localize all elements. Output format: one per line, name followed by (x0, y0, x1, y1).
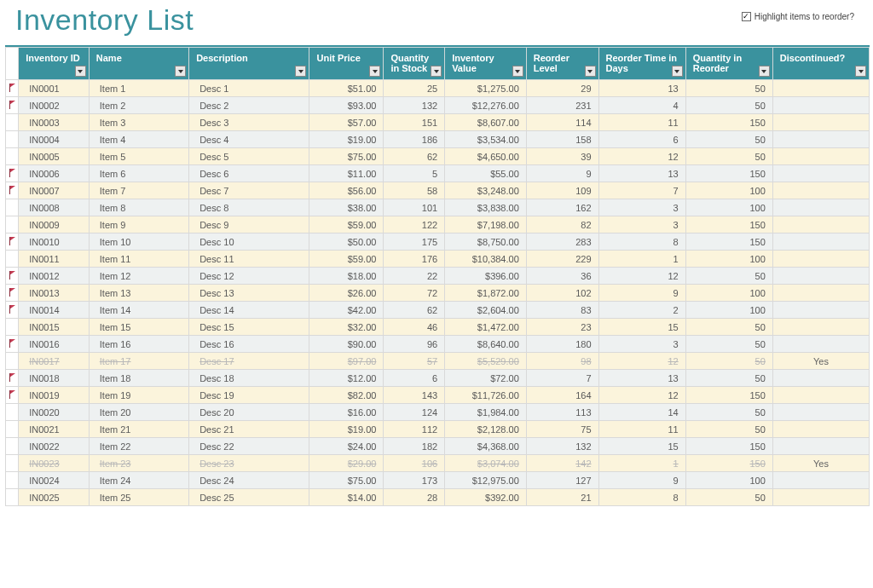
cell-reorder[interactable]: 127 (526, 472, 598, 489)
cell-val[interactable]: $3,074.00 (445, 455, 527, 472)
cell-price[interactable]: $24.00 (309, 438, 384, 455)
cell-id[interactable]: IN0001 (19, 80, 90, 97)
cell-id[interactable]: IN0022 (19, 438, 90, 455)
cell-qtyr[interactable]: 50 (685, 97, 772, 114)
cell-qtyr[interactable]: 100 (685, 285, 772, 302)
cell-val[interactable]: $3,248.00 (445, 182, 527, 199)
cell-reorder[interactable]: 164 (526, 387, 598, 404)
cell-time[interactable]: 11 (598, 114, 685, 131)
cell-val[interactable]: $11,726.00 (445, 387, 527, 404)
header-name[interactable]: Name (89, 48, 188, 80)
cell-price[interactable]: $38.00 (309, 199, 384, 216)
cell-flag[interactable] (6, 131, 19, 148)
cell-qty[interactable]: 5 (384, 165, 445, 182)
cell-time[interactable]: 12 (598, 387, 685, 404)
cell-val[interactable]: $72.00 (445, 370, 527, 387)
cell-reorder[interactable]: 114 (526, 114, 598, 131)
cell-time[interactable]: 7 (598, 182, 685, 199)
cell-flag[interactable] (6, 148, 19, 165)
cell-qty[interactable]: 175 (384, 233, 445, 251)
table-row[interactable]: IN0018Item 18Desc 18$12.006$72.0071350 (6, 370, 870, 387)
cell-reorder[interactable]: 29 (526, 80, 598, 97)
cell-id[interactable]: IN0013 (19, 285, 90, 302)
cell-flag[interactable] (6, 80, 19, 97)
cell-qty[interactable]: 28 (384, 489, 445, 506)
table-row[interactable]: IN0024Item 24Desc 24$75.00173$12,975.001… (6, 472, 870, 489)
cell-reorder[interactable]: 162 (526, 199, 598, 216)
cell-desc[interactable]: Desc 6 (189, 165, 309, 182)
header-desc[interactable]: Description (189, 48, 309, 80)
cell-disc[interactable] (772, 387, 869, 404)
header-time[interactable]: Reorder Time in Days (598, 48, 685, 80)
cell-desc[interactable]: Desc 19 (189, 387, 309, 404)
header-id[interactable]: Inventory ID (19, 48, 90, 80)
cell-desc[interactable]: Desc 8 (189, 199, 309, 216)
cell-qty[interactable]: 6 (384, 370, 445, 387)
cell-desc[interactable]: Desc 16 (189, 336, 309, 353)
cell-disc[interactable] (772, 233, 869, 251)
cell-price[interactable]: $56.00 (309, 182, 384, 199)
cell-disc[interactable] (772, 114, 869, 131)
cell-val[interactable]: $55.00 (445, 165, 527, 182)
cell-flag[interactable] (6, 370, 19, 387)
cell-name[interactable]: Item 15 (89, 319, 188, 336)
cell-qty[interactable]: 112 (384, 421, 445, 438)
table-row[interactable]: IN0025Item 25Desc 25$14.0028$392.0021850 (6, 489, 870, 506)
cell-desc[interactable]: Desc 5 (189, 148, 309, 165)
filter-icon[interactable] (512, 66, 523, 77)
cell-disc[interactable] (772, 182, 869, 199)
cell-time[interactable]: 12 (598, 148, 685, 165)
cell-disc[interactable] (772, 199, 869, 216)
cell-id[interactable]: IN0004 (19, 131, 90, 148)
cell-desc[interactable]: Desc 7 (189, 182, 309, 199)
cell-name[interactable]: Item 11 (89, 251, 188, 268)
table-row[interactable]: IN0017Item 17Desc 17$97.0057$5,529.00981… (6, 353, 870, 370)
cell-price[interactable]: $51.00 (309, 80, 384, 97)
cell-val[interactable]: $8,607.00 (445, 114, 527, 131)
cell-reorder[interactable]: 23 (526, 319, 598, 336)
cell-name[interactable]: Item 14 (89, 302, 188, 319)
cell-name[interactable]: Item 6 (89, 165, 188, 182)
table-row[interactable]: IN0016Item 16Desc 16$90.0096$8,640.00180… (6, 336, 870, 353)
header-disc[interactable]: Discontinued? (772, 48, 869, 80)
cell-desc[interactable]: Desc 24 (189, 472, 309, 489)
cell-qtyr[interactable]: 50 (685, 148, 772, 165)
table-row[interactable]: IN0021Item 21Desc 21$19.00112$2,128.0075… (6, 421, 870, 438)
table-row[interactable]: IN0005Item 5Desc 5$75.0062$4,650.0039125… (6, 148, 870, 165)
cell-time[interactable]: 11 (598, 421, 685, 438)
cell-desc[interactable]: Desc 20 (189, 404, 309, 421)
cell-price[interactable]: $90.00 (309, 336, 384, 353)
cell-id[interactable]: IN0016 (19, 336, 90, 353)
cell-time[interactable]: 1 (598, 251, 685, 268)
cell-qty[interactable]: 132 (384, 97, 445, 114)
cell-time[interactable]: 12 (598, 353, 685, 370)
cell-name[interactable]: Item 8 (89, 199, 188, 216)
cell-name[interactable]: Item 18 (89, 370, 188, 387)
cell-qtyr[interactable]: 50 (685, 336, 772, 353)
cell-reorder[interactable]: 102 (526, 285, 598, 302)
cell-flag[interactable] (6, 455, 19, 472)
cell-disc[interactable] (772, 131, 869, 148)
cell-id[interactable]: IN0025 (19, 489, 90, 506)
cell-reorder[interactable]: 9 (526, 165, 598, 182)
cell-val[interactable]: $8,640.00 (445, 336, 527, 353)
cell-desc[interactable]: Desc 15 (189, 319, 309, 336)
filter-icon[interactable] (759, 66, 770, 77)
cell-val[interactable]: $8,750.00 (445, 233, 527, 251)
table-row[interactable]: IN0011Item 11Desc 11$59.00176$10,384.002… (6, 251, 870, 268)
cell-qtyr[interactable]: 50 (685, 421, 772, 438)
cell-disc[interactable] (772, 404, 869, 421)
cell-disc[interactable] (772, 251, 869, 268)
cell-name[interactable]: Item 20 (89, 404, 188, 421)
cell-name[interactable]: Item 9 (89, 216, 188, 233)
filter-icon[interactable] (585, 66, 596, 77)
cell-disc[interactable] (772, 165, 869, 182)
cell-name[interactable]: Item 19 (89, 387, 188, 404)
table-row[interactable]: IN0022Item 22Desc 22$24.00182$4,368.0013… (6, 438, 870, 455)
cell-qty[interactable]: 58 (384, 182, 445, 199)
cell-disc[interactable] (772, 302, 869, 319)
cell-price[interactable]: $32.00 (309, 319, 384, 336)
cell-name[interactable]: Item 1 (89, 80, 188, 97)
cell-qty[interactable]: 186 (384, 131, 445, 148)
cell-desc[interactable]: Desc 3 (189, 114, 309, 131)
